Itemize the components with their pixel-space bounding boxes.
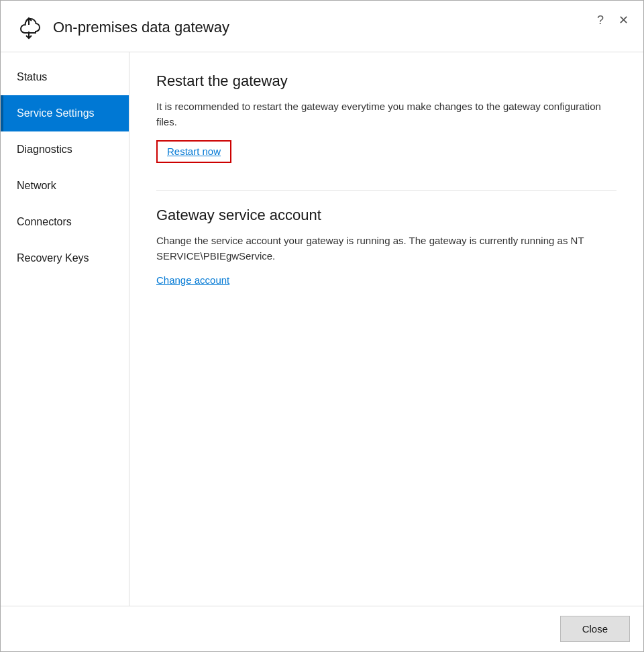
help-button[interactable]: ? (593, 11, 608, 29)
account-section: Gateway service account Change the servi… (156, 207, 616, 286)
restart-section-desc: It is recommended to restart the gateway… (156, 99, 612, 129)
sidebar-item-recovery-keys[interactable]: Recovery Keys (1, 240, 129, 276)
sidebar-item-network[interactable]: Network (1, 168, 129, 204)
window-controls: ? ✕ (593, 11, 633, 29)
sidebar-item-diagnostics[interactable]: Diagnostics (1, 131, 129, 168)
account-section-title: Gateway service account (156, 207, 616, 224)
app-title: On-premises data gateway (53, 19, 229, 36)
restart-now-button[interactable]: Restart now (167, 146, 221, 157)
app-icon (14, 13, 44, 42)
sidebar-item-service-settings[interactable]: Service Settings (1, 95, 129, 131)
section-divider (156, 190, 616, 191)
footer: Close (1, 606, 643, 651)
title-bar: On-premises data gateway ? ✕ (1, 1, 643, 52)
content-area: Status Service Settings Diagnostics Netw… (1, 52, 643, 606)
close-window-button[interactable]: ✕ (614, 11, 633, 29)
restart-section: Restart the gateway It is recommended to… (156, 72, 616, 163)
sidebar: Status Service Settings Diagnostics Netw… (1, 52, 129, 606)
restart-section-title: Restart the gateway (156, 72, 616, 90)
sidebar-item-connectors[interactable]: Connectors (1, 204, 129, 240)
sidebar-item-status[interactable]: Status (1, 59, 129, 95)
close-button[interactable]: Close (560, 616, 630, 642)
app-window: On-premises data gateway ? ✕ Status Serv… (0, 0, 644, 652)
main-content: Restart the gateway It is recommended to… (129, 52, 643, 606)
change-account-button[interactable]: Change account (156, 274, 229, 286)
account-section-desc: Change the service account your gateway … (156, 233, 612, 264)
restart-link-box: Restart now (156, 140, 231, 163)
